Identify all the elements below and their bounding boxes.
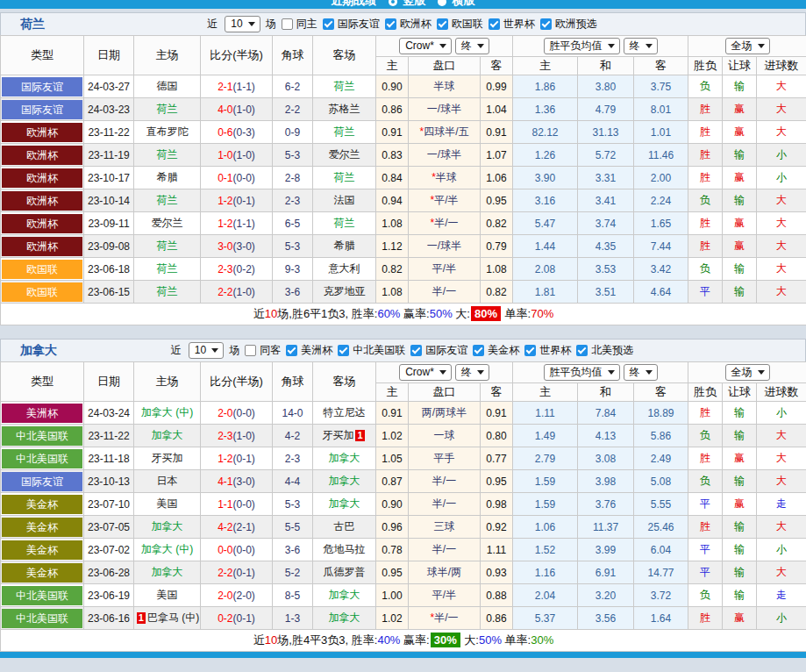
bookmaker-select[interactable]: Crow* (399, 38, 452, 54)
layout-radio-horizontal-label[interactable]: 横版 (453, 0, 475, 7)
home-odds: 1.08 (376, 281, 409, 304)
team-name: 加拿大 (中) (141, 543, 193, 555)
home-team: 加拿大 (134, 516, 201, 539)
team-name: 苏格兰 (329, 103, 360, 115)
team-name: 加拿大 (329, 497, 360, 510)
away-team: 特立尼达 (313, 402, 376, 425)
summary-part: 赢率: (400, 633, 429, 647)
handicap-line: 平/半 (434, 194, 458, 206)
competition-checkbox-2[interactable] (410, 345, 422, 356)
handicap-result: 输 (723, 144, 757, 167)
team-name: 荷兰 (157, 148, 178, 161)
select-value: Crow* (405, 39, 434, 53)
layout-radio-vertical-label[interactable]: 竖版 (403, 0, 426, 7)
competition-label: 国际友谊 (338, 17, 380, 32)
avg-lose-odds: 8.01 (634, 98, 688, 121)
halftime-score: (0-1) (233, 195, 255, 207)
home-team: 牙买加 (134, 447, 201, 470)
select-value: 终 (630, 366, 640, 379)
avg-time-select[interactable]: 终 (624, 38, 658, 54)
handicap-result: 输 (723, 402, 757, 425)
match-type-badge: 美金杯 (2, 518, 82, 537)
summary-part: 10 (265, 633, 277, 647)
goals-result: 大 (757, 235, 806, 258)
competition-checkbox-1[interactable] (338, 345, 349, 356)
away-team: 古巴 (313, 516, 376, 539)
avg-type-select[interactable]: 胜平负均值 (544, 364, 620, 381)
summary-row: 近10场,胜4平3负3, 胜率:40% 赢率:30% 大:50% 单率:30% (1, 630, 806, 652)
scope-select[interactable]: 全场 (725, 38, 770, 54)
competition-checkbox-3[interactable] (489, 18, 500, 30)
corner-score: 5-3 (273, 144, 313, 167)
team-name: 德国 (157, 80, 178, 92)
halftime-score: (0-0) (233, 498, 255, 511)
handicap-cell: 半/一 (409, 281, 481, 304)
same-venue-checkbox[interactable] (245, 345, 256, 356)
team-name: 加拿大 (152, 520, 183, 533)
column-header: 比分(半场) (201, 36, 273, 75)
layout-radio-vertical[interactable] (389, 0, 397, 6)
recent-count-select[interactable]: 10 (189, 342, 224, 359)
competition-checkbox-0[interactable] (286, 345, 297, 356)
same-venue-label: 同客 (260, 343, 281, 358)
near-label: 近 (171, 343, 182, 358)
table-row: 欧洲杯23-11-19荷兰1-0(1-0)5-3爱尔兰0.83一/球半1.071… (1, 144, 806, 167)
recent-count-select[interactable]: 10 (225, 16, 260, 32)
goals-result-text: 小 (776, 406, 787, 418)
goals-result-text: 大 (776, 262, 787, 275)
column-header: 客场 (313, 36, 376, 75)
handicap-cell: 一/球半 (409, 98, 481, 121)
scope-select[interactable]: 全场 (725, 364, 770, 381)
away-team: 加拿大 (313, 584, 376, 607)
handicap-cell: 一/球半 (409, 144, 481, 167)
layout-radio-horizontal[interactable] (438, 0, 446, 6)
avg-type-select[interactable]: 胜平负均值 (544, 38, 620, 54)
handicap-result-text: 赢 (734, 171, 745, 183)
match-type-cell: 国际友谊 (1, 75, 84, 98)
sub-column-header: 进球数 (757, 383, 806, 402)
avg-win-odds: 1.16 (513, 561, 578, 584)
fulltime-score: 4-2 (218, 521, 232, 533)
odds-time-select[interactable]: 终 (455, 364, 489, 381)
avg-lose-odds: 1.01 (634, 121, 688, 144)
match-date: 23-11-19 (84, 144, 134, 167)
competition-checkbox-5[interactable] (576, 345, 588, 356)
sub-column-header: 进球数 (757, 57, 806, 75)
handicap-result-text: 输 (734, 589, 745, 601)
corner-score: 0-9 (273, 121, 313, 144)
team-name: 意大利 (329, 262, 360, 275)
avg-lose-odds: 5.55 (634, 493, 688, 516)
handicap-result: 输 (723, 539, 757, 561)
avg-time-select[interactable]: 终 (624, 364, 658, 381)
competition-checkbox-4[interactable] (524, 345, 536, 356)
sub-column-header: 盘口 (409, 57, 481, 75)
team-name: 荷兰 (334, 171, 355, 183)
handicap-line: 三球 (434, 520, 455, 533)
home-odds: 0.96 (376, 516, 409, 539)
competition-checkbox-0[interactable] (323, 18, 334, 30)
score-cell: 1-2(0-1) (201, 189, 273, 212)
sub-column-header: 主 (513, 383, 578, 402)
column-header: 主场 (134, 36, 201, 75)
competition-checkbox-2[interactable] (437, 18, 448, 30)
competition-checkbox-1[interactable] (385, 18, 396, 30)
away-team: 法国 (313, 189, 376, 212)
team-name: 荷兰 (334, 217, 355, 229)
competition-checkbox-3[interactable] (473, 345, 484, 356)
competition-checkbox-4[interactable] (540, 18, 552, 30)
avg-win-odds: 1.52 (513, 539, 578, 561)
handicap-cell: 平手 (409, 447, 481, 470)
column-header: 类型 (1, 36, 84, 75)
fulltime-score: 2-2 (218, 567, 232, 579)
bookmaker-select[interactable]: Crow* (399, 364, 452, 381)
goals-result-text: 小 (776, 543, 787, 555)
match-type-cell: 美金杯 (1, 539, 84, 561)
odds-time-select[interactable]: 终 (455, 38, 489, 54)
fulltime-score: 2-2 (218, 286, 232, 298)
table-row: 欧国联23-06-15荷兰2-2(1-0)3-6克罗地亚1.08半/一0.821… (1, 281, 806, 304)
away-odds: 0.82 (481, 212, 513, 235)
sub-column-header: 和 (578, 383, 634, 402)
goals-result: 大 (757, 258, 806, 281)
same-venue-checkbox[interactable] (282, 18, 293, 30)
corner-score: 2-3 (273, 189, 313, 212)
